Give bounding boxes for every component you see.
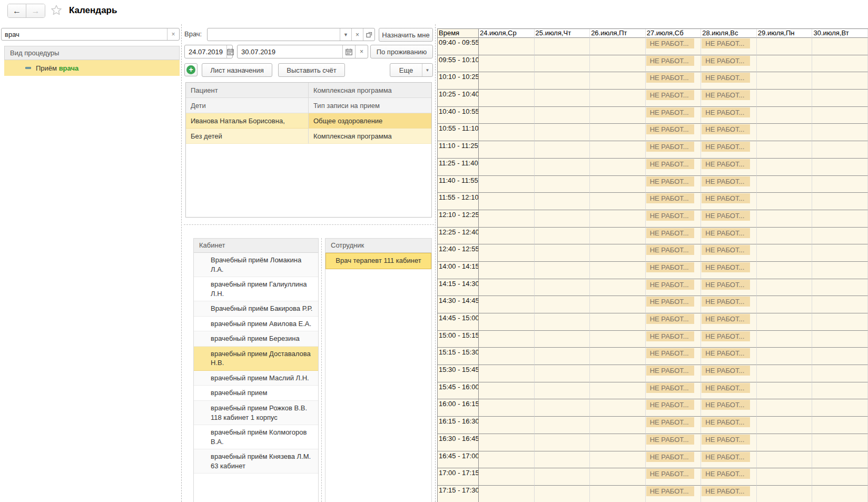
- calendar-slot-cell[interactable]: [812, 210, 868, 228]
- calendar-slot-cell[interactable]: [757, 72, 813, 90]
- horizontal-splitter[interactable]: [184, 224, 434, 225]
- calendar-slot-cell[interactable]: НЕ РАБОТ...: [701, 262, 757, 279]
- calendar-slot-cell[interactable]: [757, 399, 813, 417]
- calendar-slot-cell[interactable]: НЕ РАБОТ...: [646, 159, 702, 176]
- program-cell[interactable]: Общее оздоровление: [309, 113, 431, 129]
- calendar-slot-cell[interactable]: [757, 244, 813, 262]
- date-from-value[interactable]: 24.07.2019: [185, 45, 226, 58]
- calendar-slot-cell[interactable]: [812, 262, 868, 279]
- calendar-slot-cell[interactable]: [757, 55, 813, 73]
- calendar-slot-cell[interactable]: [535, 468, 590, 486]
- calendar-slot-cell[interactable]: [812, 365, 868, 382]
- calendar-slot-cell[interactable]: [812, 382, 868, 400]
- calendar-slot-cell[interactable]: [535, 90, 590, 107]
- calendar-slot-cell[interactable]: НЕ РАБОТ...: [701, 159, 757, 176]
- patient-cell[interactable]: Иванова Наталья Борисовна,: [186, 113, 309, 129]
- calendar-slot-cell[interactable]: [535, 107, 590, 124]
- calendar-slot-cell[interactable]: НЕ РАБОТ...: [646, 451, 702, 469]
- calendar-slot-cell[interactable]: НЕ РАБОТ...: [701, 382, 757, 400]
- calendar-slot-cell[interactable]: [757, 176, 813, 193]
- calendar-slot-cell[interactable]: НЕ РАБОТ...: [701, 399, 757, 417]
- calendar-slot-cell[interactable]: НЕ РАБОТ...: [701, 90, 757, 107]
- more-dropdown-icon[interactable]: ▼: [422, 64, 432, 76]
- calendar-slot-cell[interactable]: [535, 451, 590, 469]
- calendar-slot-cell[interactable]: [535, 55, 590, 73]
- tree-collapse-icon[interactable]: [25, 67, 31, 69]
- more-button[interactable]: Еще ▼: [390, 63, 433, 77]
- cabinet-list-item[interactable]: врачебный прием: [194, 386, 318, 401]
- calendar-slot-cell[interactable]: [590, 244, 646, 262]
- calendar-slot-cell[interactable]: НЕ РАБОТ...: [646, 262, 702, 279]
- calendar-slot-cell[interactable]: [535, 313, 590, 331]
- calendar-slot-cell[interactable]: [590, 434, 646, 451]
- calendar-slot-cell[interactable]: [757, 434, 813, 451]
- calendar-slot-cell[interactable]: [812, 399, 868, 417]
- prescription-sheet-button[interactable]: Лист назначения: [202, 63, 272, 77]
- calendar-slot-cell[interactable]: [479, 468, 535, 486]
- by-residence-button[interactable]: По проживанию: [370, 45, 433, 58]
- calendar-slot-cell[interactable]: [757, 228, 813, 245]
- calendar-slot-cell[interactable]: [479, 210, 535, 228]
- calendar-slot-cell[interactable]: [590, 262, 646, 279]
- calendar-slot-cell[interactable]: [590, 176, 646, 193]
- calendar-slot-cell[interactable]: [812, 38, 868, 55]
- calendar-slot-cell[interactable]: [812, 331, 868, 348]
- cabinet-list-item[interactable]: Врачебный приём Бакирова Р.Р.: [194, 301, 318, 317]
- calendar-slot-cell[interactable]: [812, 228, 868, 245]
- calendar-slot-cell[interactable]: [812, 90, 868, 107]
- calendar-slot-cell[interactable]: НЕ РАБОТ...: [646, 365, 702, 382]
- calendar-slot-cell[interactable]: [757, 90, 813, 107]
- cabinet-list-item[interactable]: врачебный прием Доставалова Н.В.: [194, 347, 318, 371]
- calendar-slot-cell[interactable]: [535, 262, 590, 279]
- calendar-slot-cell[interactable]: [479, 159, 535, 176]
- calendar-slot-cell[interactable]: НЕ РАБОТ...: [701, 451, 757, 469]
- invoice-button[interactable]: Выставить счёт: [278, 63, 345, 77]
- calendar-slot-cell[interactable]: [812, 296, 868, 313]
- calendar-slot-cell[interactable]: [535, 210, 590, 228]
- calendar-slot-cell[interactable]: [535, 124, 590, 141]
- calendar-slot-cell[interactable]: [535, 296, 590, 313]
- procedure-search-input[interactable]: [2, 28, 167, 40]
- search-clear-button[interactable]: ×: [167, 28, 179, 40]
- calendar-slot-cell[interactable]: НЕ РАБОТ...: [701, 296, 757, 313]
- calendar-slot-cell[interactable]: НЕ РАБОТ...: [701, 468, 757, 486]
- calendar-slot-cell[interactable]: [535, 348, 590, 365]
- calendar-slot-cell[interactable]: НЕ РАБОТ...: [701, 193, 757, 210]
- calendar-slot-cell[interactable]: [535, 434, 590, 451]
- calendar-slot-cell[interactable]: НЕ РАБОТ...: [646, 468, 702, 486]
- calendar-slot-cell[interactable]: НЕ РАБОТ...: [646, 348, 702, 365]
- calendar-slot-cell[interactable]: [812, 124, 868, 141]
- calendar-slot-cell[interactable]: [590, 141, 646, 159]
- calendar-slot-cell[interactable]: [535, 72, 590, 90]
- calendar-slot-cell[interactable]: НЕ РАБОТ...: [646, 296, 702, 313]
- calendar-slot-cell[interactable]: [590, 399, 646, 417]
- calendar-slot-cell[interactable]: [757, 262, 813, 279]
- favorite-star-icon[interactable]: [51, 4, 62, 16]
- forward-button[interactable]: →: [26, 4, 45, 17]
- calendar-slot-cell[interactable]: [590, 382, 646, 400]
- calendar-slot-cell[interactable]: НЕ РАБОТ...: [701, 228, 757, 245]
- calendar-slot-cell[interactable]: [479, 296, 535, 313]
- calendar-slot-cell[interactable]: НЕ РАБОТ...: [646, 434, 702, 451]
- calendar-slot-cell[interactable]: НЕ РАБОТ...: [701, 331, 757, 348]
- calendar-slot-cell[interactable]: [590, 107, 646, 124]
- calendar-slot-cell[interactable]: [757, 279, 813, 297]
- calendar-slot-cell[interactable]: [812, 417, 868, 434]
- calendar-slot-cell[interactable]: [479, 38, 535, 55]
- calendar-slot-cell[interactable]: НЕ РАБОТ...: [646, 210, 702, 228]
- cabinet-list-item[interactable]: врачебный прием Авилова Е.А.: [194, 317, 318, 332]
- calendar-slot-cell[interactable]: [590, 348, 646, 365]
- calendar-slot-cell[interactable]: [590, 468, 646, 486]
- calendar-slot-cell[interactable]: [812, 468, 868, 486]
- calendar-slot-cell[interactable]: НЕ РАБОТ...: [701, 417, 757, 434]
- calendar-slot-cell[interactable]: [479, 193, 535, 210]
- doctor-dropdown-button[interactable]: ▼: [340, 28, 351, 41]
- calendar-slot-cell[interactable]: [479, 331, 535, 348]
- calendar-slot-cell[interactable]: [812, 72, 868, 90]
- calendar-slot-cell[interactable]: [757, 331, 813, 348]
- calendar-slot-cell[interactable]: [479, 141, 535, 159]
- calendar-slot-cell[interactable]: НЕ РАБОТ...: [646, 38, 702, 55]
- calendar-slot-cell[interactable]: [757, 468, 813, 486]
- cabinet-list-item[interactable]: врачебный прием Березина: [194, 331, 318, 347]
- calendar-slot-cell[interactable]: НЕ РАБОТ...: [701, 486, 757, 502]
